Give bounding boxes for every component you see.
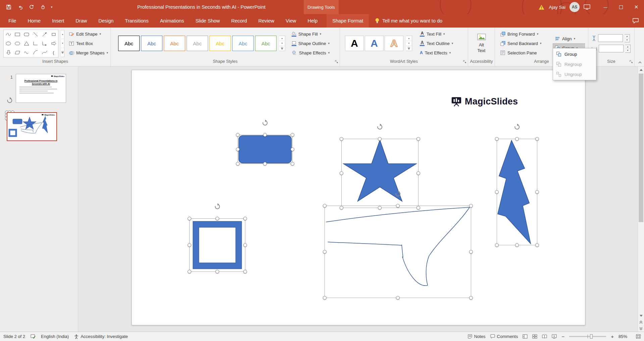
undo-button[interactable]	[15, 2, 26, 12]
scrollbar-thumb[interactable]	[639, 74, 643, 222]
selection-handle-nw[interactable]	[340, 137, 343, 141]
selection-handle-w[interactable]	[495, 190, 499, 194]
proofing-button[interactable]	[31, 334, 36, 339]
tab-record[interactable]: Record	[226, 14, 253, 28]
selection-handle-w[interactable]	[323, 250, 327, 254]
restore-button[interactable]	[613, 0, 629, 14]
shape-outline-button[interactable]: Shape Outline▾	[290, 39, 331, 48]
menu-item-group[interactable]: Group	[553, 49, 596, 59]
size-dialog-launcher[interactable]	[629, 59, 633, 65]
redo-button[interactable]	[26, 2, 37, 12]
parallelogram-shape-icon[interactable]	[13, 48, 22, 57]
menu-item-ungroup[interactable]: Ungroup	[553, 69, 596, 79]
user-name[interactable]: Ajay Sai	[549, 5, 565, 10]
selection-handle-s[interactable]	[263, 162, 267, 166]
rotation-handle[interactable]	[6, 97, 13, 104]
shape-style-preset-5[interactable]: Abc	[209, 36, 231, 51]
customize-qat-button[interactable]: ▾	[49, 2, 54, 12]
height-spinner[interactable]: ▲▼	[625, 34, 630, 42]
zoom-in-button[interactable]: +	[611, 334, 614, 339]
tab-view[interactable]: View	[280, 14, 302, 28]
notes-button[interactable]: Notes	[468, 334, 486, 339]
selection-handle-s[interactable]	[396, 296, 400, 300]
wordart-preset-1[interactable]: A	[345, 36, 364, 51]
wordart-scroll-down-icon[interactable]: ▾	[406, 41, 412, 46]
selection-handle-s[interactable]	[515, 243, 519, 247]
selection-handle-n[interactable]	[378, 137, 382, 141]
selection-handle-nw[interactable]	[236, 133, 240, 137]
slide-2-thumbnail[interactable]: MagicSlides	[7, 112, 57, 141]
wordart-preset-2[interactable]: A	[365, 36, 384, 51]
selection-handle-w[interactable]	[340, 171, 343, 175]
shape-square-frame[interactable]	[189, 218, 245, 272]
shape-style-preset-2[interactable]: Abc	[141, 36, 162, 51]
shape-star[interactable]	[341, 139, 418, 208]
fit-slide-to-window-button[interactable]	[636, 334, 641, 339]
vertical-scrollbar[interactable]	[638, 67, 644, 332]
tab-design[interactable]: Design	[93, 14, 119, 28]
selection-handle-se[interactable]	[469, 296, 473, 300]
selection-handle-e[interactable]	[469, 250, 473, 254]
selection-handle-sw[interactable]	[495, 243, 499, 247]
rotation-handle[interactable]	[395, 190, 401, 197]
text-box-button[interactable]: Text Box	[67, 39, 110, 48]
selection-handle-e[interactable]	[291, 147, 294, 151]
zoom-out-button[interactable]: −	[561, 334, 564, 339]
bring-forward-button[interactable]: Bring Forward▾	[498, 30, 550, 39]
triangle-shape-icon[interactable]	[22, 39, 31, 48]
tab-review[interactable]: Review	[253, 14, 280, 28]
tab-home[interactable]: Home	[22, 14, 46, 28]
rotation-handle[interactable]	[514, 124, 521, 130]
wordart-dialog-launcher[interactable]	[463, 59, 467, 65]
rotation-handle[interactable]	[214, 203, 221, 210]
selection-handle-e[interactable]	[416, 171, 420, 175]
selection-handle-n[interactable]	[396, 204, 400, 208]
gallery-scroll-up-icon[interactable]: ▴	[61, 30, 64, 39]
tab-slide-show[interactable]: Slide Show	[190, 14, 226, 28]
selection-handle-se[interactable]	[291, 162, 294, 166]
slide-canvas[interactable]: MagicSlides	[78, 67, 638, 332]
tab-file[interactable]: File	[3, 14, 22, 28]
shape-lightning-bolt[interactable]	[497, 139, 537, 245]
text-effects-button[interactable]: A Text Effects▾	[418, 48, 455, 57]
alt-text-button[interactable]: Alt Text	[471, 28, 492, 59]
close-button[interactable]: ✕	[629, 0, 644, 14]
send-backward-button[interactable]: Send Backward▾	[498, 39, 550, 48]
language-button[interactable]: English (India)	[41, 334, 69, 339]
tab-help[interactable]: Help	[302, 14, 323, 28]
selection-handle-sw[interactable]	[188, 270, 191, 273]
shape-freeform-arrow[interactable]	[325, 206, 471, 298]
text-outline-button[interactable]: A Text Outline▾	[418, 39, 455, 48]
next-slide-button[interactable]	[638, 325, 644, 332]
selection-handle-ne[interactable]	[416, 137, 420, 141]
slide-show-view-button[interactable]	[552, 334, 557, 339]
merge-shapes-button[interactable]: Merge Shapes▾	[67, 48, 110, 57]
selection-handle-nw[interactable]	[495, 137, 499, 141]
wordart-more-icon[interactable]	[406, 46, 412, 51]
small-rectangle-shape-icon[interactable]	[49, 30, 58, 39]
tab-insert[interactable]: Insert	[46, 14, 70, 28]
selection-handle-se[interactable]	[243, 270, 247, 273]
menu-item-regroup[interactable]: Regroup	[553, 59, 596, 69]
wordart-scroll-up-icon[interactable]: ▴	[406, 36, 412, 41]
slide-indicator[interactable]: Slide 2 of 2	[3, 334, 25, 339]
shape-style-preset-7[interactable]: Abc	[255, 36, 277, 51]
shape-style-preset-3[interactable]: Abc	[164, 36, 185, 51]
selection-handle-n[interactable]	[515, 137, 519, 141]
tab-animations[interactable]: Animations	[154, 14, 190, 28]
shape-effects-button[interactable]: Shape Effects▾	[290, 48, 331, 57]
zoom-level[interactable]: 85%	[618, 334, 631, 339]
selection-handle-n[interactable]	[263, 133, 267, 137]
feedback-icon[interactable]	[633, 18, 639, 24]
tab-draw[interactable]: Draw	[70, 14, 93, 28]
minimize-button[interactable]: ─	[598, 0, 613, 14]
rotation-handle[interactable]	[377, 124, 383, 130]
gallery-more-icon[interactable]	[61, 48, 64, 57]
align-button[interactable]: Align▾	[553, 34, 585, 43]
slide-1-thumbnail[interactable]: MagicSlides Professional Presentations i…	[16, 74, 66, 103]
warning-icon[interactable]	[538, 4, 545, 10]
width-spinner[interactable]: ▲▼	[625, 45, 631, 53]
style-scroll-up-icon[interactable]: ▴	[279, 36, 285, 41]
selection-handle-sw[interactable]	[323, 296, 327, 300]
normal-view-button[interactable]	[523, 334, 528, 339]
